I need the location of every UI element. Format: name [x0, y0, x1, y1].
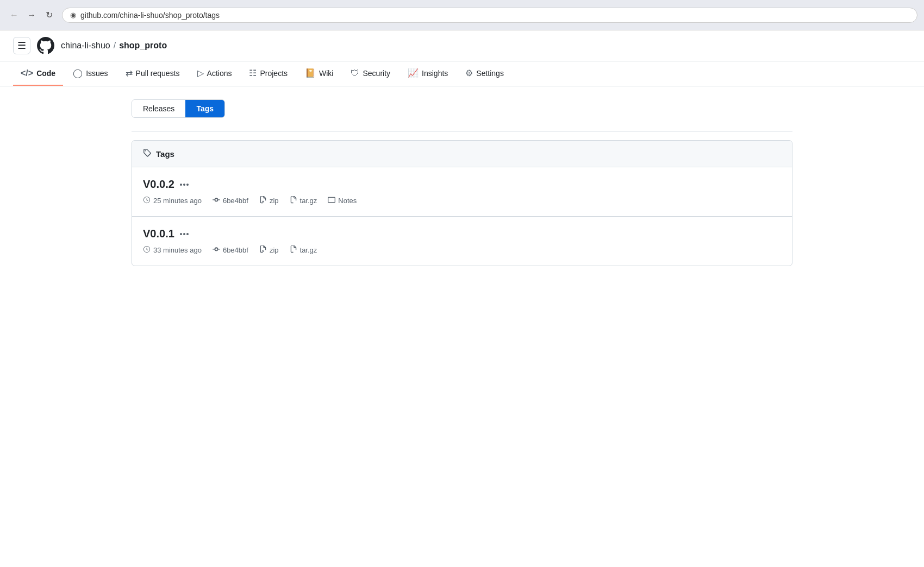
nav-actions-label: Actions	[207, 69, 232, 78]
address-bar[interactable]: ◉ github.com/china-li-shuo/shop_proto/ta…	[62, 8, 917, 23]
clock-icon	[143, 196, 151, 205]
nav-code[interactable]: </> Code	[13, 62, 63, 86]
nav-buttons: ← → ↻	[7, 8, 57, 23]
main-content: Releases Tags Tags V0.0.2	[114, 86, 810, 279]
nav-security-label: Security	[363, 69, 390, 78]
code-icon: </>	[21, 68, 33, 78]
tag-time-text-v001: 33 minutes ago	[153, 246, 202, 254]
commit-icon-v001	[213, 245, 220, 255]
tag-targz-v001[interactable]: tar.gz	[290, 245, 317, 255]
nav-issues[interactable]: ◯ Issues	[65, 61, 115, 86]
breadcrumb-separator: /	[114, 41, 116, 51]
tag-name-v002: V0.0.2	[143, 178, 781, 191]
github-logo[interactable]	[37, 37, 54, 54]
wiki-icon: 📔	[305, 68, 316, 78]
tag-targz-text-v002: tar.gz	[300, 197, 317, 205]
tag-zip-text-v001: zip	[270, 246, 279, 254]
tag-row: V0.0.2 25 minutes ago	[132, 167, 792, 217]
tag-menu-v001[interactable]	[180, 233, 189, 235]
hamburger-icon: ☰	[17, 40, 26, 52]
nav-pr-label: Pull requests	[136, 69, 180, 78]
releases-button[interactable]: Releases	[132, 100, 185, 117]
releases-tags-toggle: Releases Tags	[132, 99, 225, 118]
nav-security[interactable]: 🛡 Security	[343, 62, 398, 86]
targz-icon-v001	[290, 245, 297, 255]
github-header: ☰ china-li-shuo / shop_proto	[0, 30, 924, 61]
nav-projects-label: Projects	[260, 69, 288, 78]
tag-targz-text-v001: tar.gz	[300, 246, 317, 254]
breadcrumb-repo[interactable]: shop_proto	[119, 41, 167, 51]
security-nav-icon: 🛡	[351, 68, 359, 78]
tag-zip-v001[interactable]: zip	[259, 245, 279, 255]
url-text: github.com/china-li-shuo/shop_proto/tags	[80, 11, 220, 20]
tag-targz-v002[interactable]: tar.gz	[290, 196, 317, 205]
content-divider	[132, 131, 792, 131]
zip-icon-v001	[259, 245, 267, 255]
projects-icon: ☷	[249, 68, 257, 78]
tag-notes-v002[interactable]: Notes	[328, 196, 357, 205]
hamburger-button[interactable]: ☰	[13, 37, 30, 54]
tag-zip-v002[interactable]: zip	[259, 196, 279, 205]
tag-notes-text-v002: Notes	[338, 197, 357, 205]
tags-box-title: Tags	[156, 149, 174, 159]
nav-wiki[interactable]: 📔 Wiki	[297, 61, 341, 86]
nav-insights-label: Insights	[422, 69, 448, 78]
nav-pull-requests[interactable]: ⇄ Pull requests	[118, 61, 188, 86]
breadcrumb: china-li-shuo / shop_proto	[61, 41, 167, 51]
nav-insights[interactable]: 📈 Insights	[400, 61, 455, 86]
tags-button[interactable]: Tags	[185, 100, 224, 117]
forward-button[interactable]: →	[24, 8, 39, 23]
nav-projects[interactable]: ☷ Projects	[241, 61, 295, 86]
insights-icon: 📈	[408, 68, 419, 78]
nav-settings-label: Settings	[476, 69, 504, 78]
back-button[interactable]: ←	[7, 8, 22, 23]
nav-settings[interactable]: ⚙ Settings	[458, 61, 511, 86]
tag-commit-v002[interactable]: 6be4bbf	[213, 196, 248, 205]
notes-icon	[328, 196, 335, 205]
reload-button[interactable]: ↻	[41, 8, 57, 23]
nav-code-label: Code	[36, 69, 55, 78]
tag-time-v002: 25 minutes ago	[143, 196, 202, 205]
tag-time-text-v002: 25 minutes ago	[153, 197, 202, 205]
tag-zip-text-v002: zip	[270, 197, 279, 205]
breadcrumb-user[interactable]: china-li-shuo	[61, 41, 110, 51]
targz-icon	[290, 196, 297, 205]
clock-icon-v001	[143, 245, 151, 255]
tag-row: V0.0.1 33 minutes ago	[132, 217, 792, 266]
tag-commit-text-v001: 6be4bbf	[223, 246, 248, 254]
tag-name-v001: V0.0.1	[143, 228, 781, 240]
tag-link-v002[interactable]: V0.0.2	[143, 178, 174, 191]
tag-meta-v002: 25 minutes ago 6be4bbf zip	[143, 196, 781, 205]
security-icon: ◉	[70, 11, 76, 19]
tags-box-header: Tags	[132, 141, 792, 167]
tag-icon	[143, 148, 152, 159]
issues-icon: ◯	[73, 68, 83, 78]
settings-icon: ⚙	[465, 68, 473, 78]
browser-chrome: ← → ↻ ◉ github.com/china-li-shuo/shop_pr…	[0, 0, 924, 30]
tags-box: Tags V0.0.2 25 minutes ago	[132, 140, 792, 266]
nav-actions[interactable]: ▷ Actions	[190, 61, 240, 86]
tag-commit-text-v002: 6be4bbf	[223, 197, 248, 205]
repo-nav: </> Code ◯ Issues ⇄ Pull requests ▷ Acti…	[0, 61, 924, 86]
tag-time-v001: 33 minutes ago	[143, 245, 202, 255]
nav-wiki-label: Wiki	[319, 69, 333, 78]
tag-menu-v002[interactable]	[180, 184, 189, 186]
actions-icon: ▷	[197, 68, 204, 78]
tag-meta-v001: 33 minutes ago 6be4bbf zip	[143, 245, 781, 255]
tag-link-v001[interactable]: V0.0.1	[143, 228, 174, 240]
commit-icon	[213, 196, 220, 205]
tag-commit-v001[interactable]: 6be4bbf	[213, 245, 248, 255]
pr-icon: ⇄	[126, 68, 133, 78]
nav-issues-label: Issues	[86, 69, 108, 78]
zip-icon	[259, 196, 267, 205]
